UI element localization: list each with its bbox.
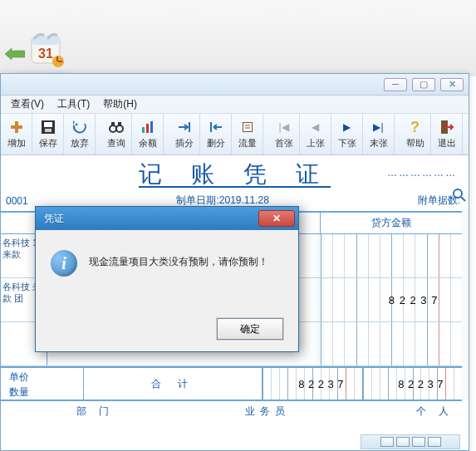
tool-discard[interactable]: 放弃 xyxy=(64,114,96,154)
svg-rect-3 xyxy=(56,56,58,61)
help-icon: ? xyxy=(407,119,424,135)
menu-view[interactable]: 查看(V) xyxy=(4,96,51,113)
totals-row: 单价 数量 合 计 82237 82237 xyxy=(1,366,462,401)
dialog-title: 凭证 xyxy=(44,212,64,226)
maximize-button[interactable]: ▢ xyxy=(412,78,435,91)
status-box[interactable] xyxy=(396,437,410,447)
svg-point-24 xyxy=(454,189,462,198)
svg-rect-15 xyxy=(146,124,149,133)
row-credit: 82237 xyxy=(321,278,462,321)
tool-delete[interactable]: 删分 xyxy=(200,114,232,154)
svg-rect-8 xyxy=(44,122,52,127)
menu-tools[interactable]: 工具(T) xyxy=(51,96,96,113)
last-icon: ▶| xyxy=(370,119,387,135)
svg-point-10 xyxy=(110,125,116,132)
status-strip xyxy=(361,434,460,449)
close-button[interactable]: ✕ xyxy=(440,78,464,91)
save-icon xyxy=(40,119,56,135)
binoculars-icon xyxy=(108,119,125,135)
voucher-seq: 0001 xyxy=(6,195,28,207)
dept-label: 部 门 xyxy=(9,404,182,419)
svg-rect-13 xyxy=(118,122,121,126)
svg-rect-6 xyxy=(11,125,22,129)
tool-first[interactable]: |◀首张 xyxy=(268,114,300,154)
tool-help[interactable]: ?帮助 xyxy=(400,114,431,154)
total-label: 合 计 xyxy=(84,368,263,400)
undo-icon xyxy=(71,119,88,135)
scroll-track[interactable] xyxy=(462,207,469,400)
svg-point-11 xyxy=(116,125,123,132)
svg-rect-14 xyxy=(142,127,145,133)
dialog-titlebar[interactable]: 凭证 ✕ xyxy=(36,207,298,230)
insert-line-icon xyxy=(176,119,193,135)
tool-query[interactable]: 查询 xyxy=(101,114,132,154)
dots-decoration: ……………… xyxy=(387,167,457,179)
clerk-label: 业务员 xyxy=(182,404,355,419)
desktop-background xyxy=(0,0,476,76)
minimize-button[interactable]: ─ xyxy=(384,78,407,91)
tool-next[interactable]: ▶下张 xyxy=(331,114,363,154)
total-credit: 82237 xyxy=(362,368,462,400)
svg-rect-4 xyxy=(58,61,62,62)
tool-save[interactable]: 保存 xyxy=(32,114,64,154)
message-dialog: 凭证 ✕ i 现金流量项目大类没有预制，请你预制！ 确定 xyxy=(35,206,299,352)
row-credit xyxy=(321,234,462,277)
svg-rect-16 xyxy=(150,121,153,133)
info-icon: i xyxy=(51,250,77,277)
tool-add[interactable]: 增加 xyxy=(1,114,32,154)
status-box[interactable] xyxy=(412,437,425,447)
exit-icon xyxy=(439,119,455,135)
calendar-day-text: 31 xyxy=(38,47,53,61)
status-box[interactable] xyxy=(380,437,394,447)
next-icon: ▶ xyxy=(339,119,356,135)
svg-line-25 xyxy=(461,197,465,201)
tool-prev[interactable]: ◀上张 xyxy=(300,114,331,154)
person-label: 个 人 xyxy=(354,404,454,419)
delete-line-icon xyxy=(208,119,224,135)
credit-header: 贷方金额 xyxy=(321,213,462,233)
voucher-footer: 部 门 业务员 个 人 xyxy=(1,401,462,422)
magnifier-icon[interactable] xyxy=(453,189,466,202)
menu-help[interactable]: 帮助(H) xyxy=(96,96,144,113)
book-icon xyxy=(239,119,256,135)
first-icon: |◀ xyxy=(276,119,292,135)
tool-flow[interactable]: 流量 xyxy=(232,114,263,154)
svg-rect-20 xyxy=(243,123,252,131)
tool-exit[interactable]: 退出 xyxy=(431,114,463,154)
tool-insert[interactable]: 插分 xyxy=(169,114,200,154)
total-debit: 82237 xyxy=(263,368,362,400)
prev-icon: ◀ xyxy=(307,119,324,135)
dialog-close-button[interactable]: ✕ xyxy=(258,210,295,227)
svg-rect-9 xyxy=(45,129,52,132)
tool-last[interactable]: ▶|末张 xyxy=(363,114,395,154)
qty-label: 数量 xyxy=(9,385,75,400)
window-titlebar: ─ ▢ ✕ xyxy=(1,74,469,96)
toolbar: 增加 保存 放弃 查询 余额 插分 删分 流量 |◀首张 ◀上张 ▶下张 ▶|末… xyxy=(1,114,469,155)
tool-balance[interactable]: 余额 xyxy=(132,114,164,154)
dialog-message: 现金流量项目大类没有预制，请你预制！ xyxy=(89,250,268,269)
plus-icon xyxy=(8,119,25,135)
row-credit xyxy=(321,322,462,365)
chart-icon xyxy=(140,119,156,135)
svg-rect-12 xyxy=(111,122,115,126)
ok-button[interactable]: 确定 xyxy=(217,318,283,340)
arrow-icon xyxy=(5,48,25,60)
calendar-icon[interactable]: 31 xyxy=(28,32,65,68)
status-box[interactable] xyxy=(428,437,441,447)
menu-bar: 查看(V) 工具(T) 帮助(H) xyxy=(1,96,469,114)
unit-price-label: 单价 xyxy=(9,370,75,385)
